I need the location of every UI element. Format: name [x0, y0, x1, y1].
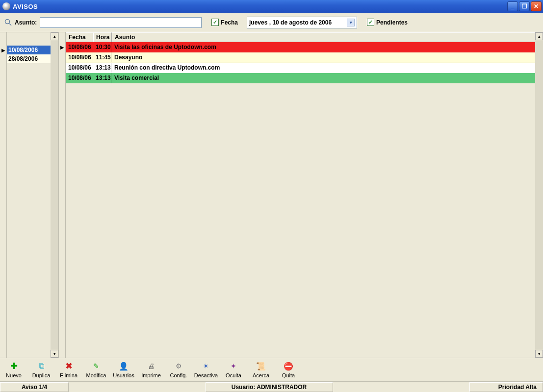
duplicate-icon: ⧉ [36, 361, 47, 371]
modifica-label: Modifica [86, 372, 106, 378]
fecha-checkbox[interactable]: ✓ Fecha [211, 19, 238, 26]
table-scrollbar[interactable]: ▴ ▾ [535, 32, 543, 358]
config-button[interactable]: ⚙ Config. [165, 359, 192, 380]
table-marker-column: ▶ [59, 32, 66, 358]
acerca-label: Acerca [253, 372, 269, 378]
desactiva-label: Desactiva [194, 372, 218, 378]
sidebar-items: 10/08/2006 28/08/2006 [7, 32, 51, 63]
close-button[interactable]: ✕ [531, 1, 542, 11]
oculta-button[interactable]: ✦ Oculta [220, 359, 247, 380]
svg-point-0 [5, 19, 10, 24]
cell-fecha: 10/08/06 [66, 73, 93, 83]
status-aviso: Aviso 1/4 [0, 382, 69, 392]
titlebar: AVISOS _ ❐ ✕ [0, 0, 543, 13]
config-label: Config. [170, 372, 187, 378]
desactiva-button[interactable]: ✴ Desactiva [192, 359, 220, 380]
gear-icon: ⚙ [173, 361, 184, 371]
sidebar-date: 28/08/2006 [8, 55, 38, 62]
sidebar-date: 10/08/2006 [8, 47, 38, 53]
hide-icon: ✦ [228, 361, 239, 371]
delete-icon: ✖ [63, 361, 74, 371]
scroll-down-icon[interactable]: ▾ [535, 350, 543, 358]
table-row[interactable]: 10/08/06 11:45 Desayuno [66, 52, 543, 63]
cell-fecha: 10/08/06 [66, 52, 93, 62]
th-hora[interactable]: Hora [93, 32, 112, 42]
app-icon [2, 2, 10, 10]
scroll-down-icon[interactable]: ▾ [51, 350, 58, 358]
row-pointer-icon: ▶ [59, 42, 65, 52]
table-header: Fecha Hora Asunto [66, 32, 543, 42]
edit-icon: ✎ [91, 361, 102, 371]
sidebar: ▶ 10/08/2006 28/08/2006 ▴ ▾ [0, 32, 59, 358]
checkbox-icon: ✓ [367, 19, 374, 26]
status-prioridad: Prioridad Alta [469, 382, 543, 392]
about-icon: 📜 [256, 361, 266, 371]
quit-icon: ⛔ [283, 361, 294, 371]
nuevo-label: Nuevo [6, 372, 22, 378]
duplica-button[interactable]: ⧉ Duplica [27, 359, 55, 380]
bottom-toolbar: ✚ Nuevo ⧉ Duplica ✖ Elimina ✎ Modifica 👤… [0, 358, 543, 381]
date-picker[interactable]: jueves , 10 de agosto de 2006 ▾ [247, 17, 357, 28]
sidebar-item[interactable]: 10/08/2006 [7, 46, 51, 54]
disable-icon: ✴ [201, 361, 211, 371]
usuarios-label: Usuarios [113, 372, 134, 378]
cell-asunto: Desayuno [112, 52, 543, 62]
main-area: ▶ 10/08/2006 28/08/2006 ▴ ▾ ▶ [0, 32, 543, 358]
svg-line-1 [9, 24, 11, 25]
th-asunto[interactable]: Asunto [112, 32, 543, 42]
filter-toolbar: Asunto: ✓ Fecha jueves , 10 de agosto de… [0, 13, 543, 32]
status-bar: Aviso 1/4 Usuario: ADMINISTRADOR Priorid… [0, 381, 543, 392]
checkbox-icon: ✓ [211, 19, 219, 26]
maximize-button[interactable]: ❐ [519, 1, 530, 11]
sidebar-list: 10/08/2006 28/08/2006 ▴ ▾ [7, 32, 58, 358]
acerca-button[interactable]: 📜 Acerca [247, 359, 275, 380]
elimina-button[interactable]: ✖ Elimina [55, 359, 82, 380]
content-panel: ▶ Fecha Hora Asunto 10/08/06 10:30 Visit… [59, 32, 543, 358]
modifica-button[interactable]: ✎ Modifica [82, 359, 110, 380]
cell-fecha: 10/08/06 [66, 42, 93, 52]
minimize-button[interactable]: _ [507, 1, 518, 11]
table-row[interactable]: 10/08/06 13:13 Reunión con directiva Upt… [66, 63, 543, 73]
users-icon: 👤 [118, 361, 129, 371]
cell-hora: 11:45 [93, 52, 112, 62]
row-pointer-icon: ▶ [1, 46, 5, 54]
oculta-label: Oculta [226, 372, 241, 378]
appointments-table: Fecha Hora Asunto 10/08/06 10:30 Visita … [66, 32, 543, 358]
th-fecha[interactable]: Fecha [66, 32, 93, 42]
table-row[interactable]: 10/08/06 13:13 Visita comercial [66, 73, 543, 83]
scroll-up-icon[interactable]: ▴ [535, 32, 543, 40]
quita-label: Quita [282, 372, 295, 378]
imprime-label: Imprime [141, 372, 161, 378]
sidebar-marker-column: ▶ [0, 32, 7, 358]
cell-asunto: Visita comercial [112, 73, 543, 83]
search-icon [4, 18, 13, 27]
print-icon: 🖨 [146, 361, 156, 371]
quita-button[interactable]: ⛔ Quita [275, 359, 302, 380]
status-usuario: Usuario: ADMINISTRADOR [206, 382, 333, 392]
cell-asunto: Visita las oficinas de Uptodown.com [112, 42, 543, 52]
table-body: 10/08/06 10:30 Visita las oficinas de Up… [66, 42, 543, 358]
chevron-down-icon: ▾ [347, 19, 355, 26]
cell-asunto: Reunión con directiva Uptodown.com [112, 63, 543, 73]
search-label: Asunto: [15, 19, 37, 26]
scroll-up-icon[interactable]: ▴ [51, 32, 58, 40]
duplica-label: Duplica [32, 372, 51, 378]
sidebar-item[interactable]: 28/08/2006 [7, 54, 51, 63]
cell-hora: 13:13 [93, 73, 112, 83]
sidebar-scrollbar[interactable]: ▴ ▾ [51, 32, 58, 358]
pendientes-checkbox[interactable]: ✓ Pendientes [367, 19, 408, 26]
pendientes-check-label: Pendientes [376, 19, 408, 26]
cell-hora: 10:30 [93, 42, 112, 52]
new-icon: ✚ [8, 361, 19, 371]
cell-hora: 13:13 [93, 63, 112, 73]
usuarios-button[interactable]: 👤 Usuarios [110, 359, 137, 380]
nuevo-button[interactable]: ✚ Nuevo [0, 359, 27, 380]
fecha-check-label: Fecha [221, 19, 238, 26]
cell-fecha: 10/08/06 [66, 63, 93, 73]
search-input[interactable] [40, 17, 202, 28]
table-row[interactable]: 10/08/06 10:30 Visita las oficinas de Up… [66, 42, 543, 52]
date-picker-value: jueves , 10 de agosto de 2006 [249, 19, 332, 26]
imprime-button[interactable]: 🖨 Imprime [137, 359, 165, 380]
window-title: AVISOS [13, 3, 506, 10]
elimina-label: Elimina [60, 372, 78, 378]
